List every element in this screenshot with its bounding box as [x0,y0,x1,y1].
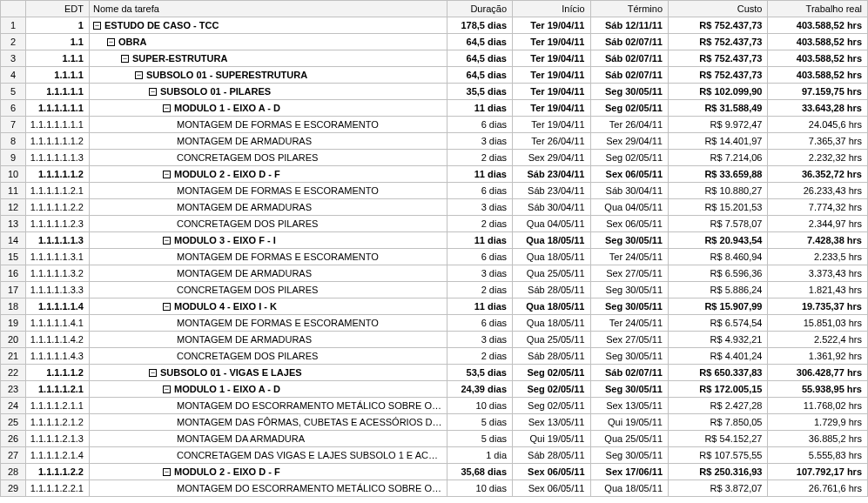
task-name-cell[interactable]: −SUBSOLO 01 - SUPERESTRUTURA [89,67,447,84]
work-cell[interactable]: 1.729,9 hrs [768,414,868,431]
duration-cell[interactable]: 11 dias [447,166,513,183]
duration-cell[interactable]: 1 dia [447,447,513,464]
start-cell[interactable]: Sex 06/05/11 [513,464,591,480]
cost-cell[interactable]: R$ 7.850,05 [669,414,768,431]
row-number-cell[interactable]: 19 [1,315,26,332]
end-cell[interactable]: Qua 18/05/11 [590,480,669,497]
duration-cell[interactable]: 64,5 dias [447,34,513,50]
task-name-cell[interactable]: MONTAGEM DE FORMAS E ESCORAMENTO [89,249,447,265]
work-cell[interactable]: 7.774,32 hrs [768,199,868,216]
work-cell[interactable]: 1.361,92 hrs [768,348,868,365]
collapse-icon[interactable]: − [163,303,171,311]
edt-cell[interactable]: 1.1.1.1.1.3.2 [26,265,90,282]
collapse-icon[interactable]: − [149,88,157,96]
cost-cell[interactable]: R$ 2.427,28 [669,398,768,414]
end-cell[interactable]: Seg 02/05/11 [590,100,669,117]
task-row[interactable]: 211.1.1.1.1.4.3CONCRETAGEM DOS PILARES2 … [1,348,868,365]
collapse-icon[interactable]: − [121,55,129,63]
cost-cell[interactable]: R$ 33.659,88 [669,166,768,183]
start-cell[interactable]: Ter 19/04/11 [513,84,591,100]
start-cell[interactable]: Qua 04/05/11 [513,216,591,232]
work-cell[interactable]: 403.588,52 hrs [768,34,868,50]
start-cell[interactable]: Ter 26/04/11 [513,133,591,150]
task-row[interactable]: 81.1.1.1.1.1.2MONTAGEM DE ARMADURAS3 dia… [1,133,868,150]
start-cell[interactable]: Qua 18/05/11 [513,315,591,332]
row-number-cell[interactable]: 8 [1,133,26,150]
row-number-cell[interactable]: 29 [1,480,26,497]
edt-cell[interactable]: 1.1.1.1.1.2.1 [26,183,90,199]
duration-cell[interactable]: 3 dias [447,133,513,150]
cost-cell[interactable]: R$ 752.437,73 [669,50,768,67]
work-cell[interactable]: 5.555,83 hrs [768,447,868,464]
collapse-icon[interactable]: − [163,386,171,393]
edt-cell[interactable]: 1.1 [26,34,90,50]
edt-cell[interactable]: 1.1.1.1.1.2.3 [26,216,90,232]
task-name-cell[interactable]: −SUPER-ESTRUTURA [89,50,447,67]
end-cell[interactable]: Seg 30/05/11 [590,84,669,100]
edt-cell[interactable]: 1.1.1.1 [26,67,90,84]
task-row[interactable]: 111.1.1.1.1.2.1MONTAGEM DE FORMAS E ESCO… [1,183,868,199]
row-number-cell[interactable]: 9 [1,150,26,166]
row-number-cell[interactable]: 22 [1,365,26,381]
row-number-cell[interactable]: 3 [1,50,26,67]
end-cell[interactable]: Seg 30/05/11 [590,298,669,315]
start-cell[interactable]: Sáb 28/05/11 [513,282,591,298]
work-cell[interactable]: 15.851,03 hrs [768,315,868,332]
task-row[interactable]: 151.1.1.1.1.3.1MONTAGEM DE FORMAS E ESCO… [1,249,868,265]
cost-cell[interactable]: R$ 752.437,73 [669,17,768,34]
edt-cell[interactable]: 1.1.1.1.1.3 [26,232,90,249]
duration-cell[interactable]: 5 dias [447,431,513,447]
edt-cell[interactable]: 1.1.1.1.1.3.1 [26,249,90,265]
end-cell[interactable]: Seg 02/05/11 [590,150,669,166]
task-row[interactable]: 171.1.1.1.1.3.3CONCRETAGEM DOS PILARES2 … [1,282,868,298]
task-row[interactable]: 201.1.1.1.1.4.2MONTAGEM DE ARMADURAS3 di… [1,332,868,348]
collapse-icon[interactable]: − [93,22,101,30]
start-cell[interactable]: Qua 18/05/11 [513,298,591,315]
work-cell[interactable]: 24.045,6 hrs [768,117,868,133]
cost-cell[interactable]: R$ 31.588,49 [669,100,768,117]
cost-cell[interactable]: R$ 4.932,21 [669,332,768,348]
edt-cell[interactable]: 1.1.1.1.1.4.2 [26,332,90,348]
task-row[interactable]: 231.1.1.1.2.1−MODULO 1 - EIXO A - D24,39… [1,381,868,398]
task-name-cell[interactable]: MONTAGEM DE ARMADURAS [89,332,447,348]
duration-cell[interactable]: 64,5 dias [447,67,513,84]
cost-cell[interactable]: R$ 172.005,15 [669,381,768,398]
edt-cell[interactable]: 1.1.1.1.1.1.2 [26,133,90,150]
edt-cell[interactable]: 1.1.1.1.2 [26,365,90,381]
duration-cell[interactable]: 24,39 dias [447,381,513,398]
collapse-icon[interactable]: − [135,71,143,79]
cost-cell[interactable]: R$ 107.575,55 [669,447,768,464]
end-cell[interactable]: Seg 30/05/11 [590,282,669,298]
duration-cell[interactable]: 11 dias [447,298,513,315]
duration-cell[interactable]: 5 dias [447,414,513,431]
end-cell[interactable]: Sáb 30/04/11 [590,183,669,199]
row-number-cell[interactable]: 6 [1,100,26,117]
col-duration-header[interactable]: Duração [447,1,513,17]
work-cell[interactable]: 97.159,75 hrs [768,84,868,100]
end-cell[interactable]: Sáb 02/07/11 [590,34,669,50]
duration-cell[interactable]: 10 dias [447,398,513,414]
row-number-cell[interactable]: 10 [1,166,26,183]
duration-cell[interactable]: 11 dias [447,100,513,117]
end-cell[interactable]: Sáb 02/07/11 [590,50,669,67]
duration-cell[interactable]: 6 dias [447,183,513,199]
start-cell[interactable]: Qui 19/05/11 [513,431,591,447]
task-name-cell[interactable]: −MODULO 4 - EIXO I - K [89,298,447,315]
row-number-cell[interactable]: 2 [1,34,26,50]
duration-cell[interactable]: 2 dias [447,348,513,365]
row-number-cell[interactable]: 15 [1,249,26,265]
cost-cell[interactable]: R$ 7.214,06 [669,150,768,166]
row-number-cell[interactable]: 25 [1,414,26,431]
row-number-cell[interactable]: 21 [1,348,26,365]
work-cell[interactable]: 3.373,43 hrs [768,265,868,282]
col-name-header[interactable]: Nome da tarefa [89,1,447,17]
duration-cell[interactable]: 6 dias [447,117,513,133]
collapse-icon[interactable]: − [107,38,115,46]
row-number-cell[interactable]: 24 [1,398,26,414]
start-cell[interactable]: Seg 02/05/11 [513,398,591,414]
duration-cell[interactable]: 64,5 dias [447,50,513,67]
row-number-cell[interactable]: 7 [1,117,26,133]
duration-cell[interactable]: 3 dias [447,199,513,216]
task-row[interactable]: 261.1.1.1.2.1.3MONTAGEM DA ARMADURA5 dia… [1,431,868,447]
task-name-cell[interactable]: CONCRETAGEM DOS PILARES [89,150,447,166]
